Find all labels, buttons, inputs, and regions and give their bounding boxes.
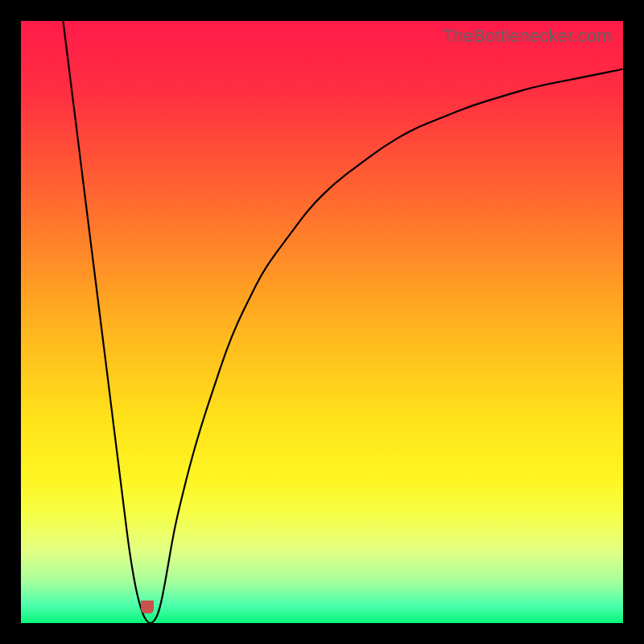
plot-area: TheBottlenecker.com xyxy=(21,21,623,623)
bottleneck-curve-svg xyxy=(21,21,623,623)
bottleneck-curve xyxy=(63,21,623,623)
trough-marker xyxy=(141,601,154,613)
chart-frame: TheBottlenecker.com xyxy=(0,0,644,644)
